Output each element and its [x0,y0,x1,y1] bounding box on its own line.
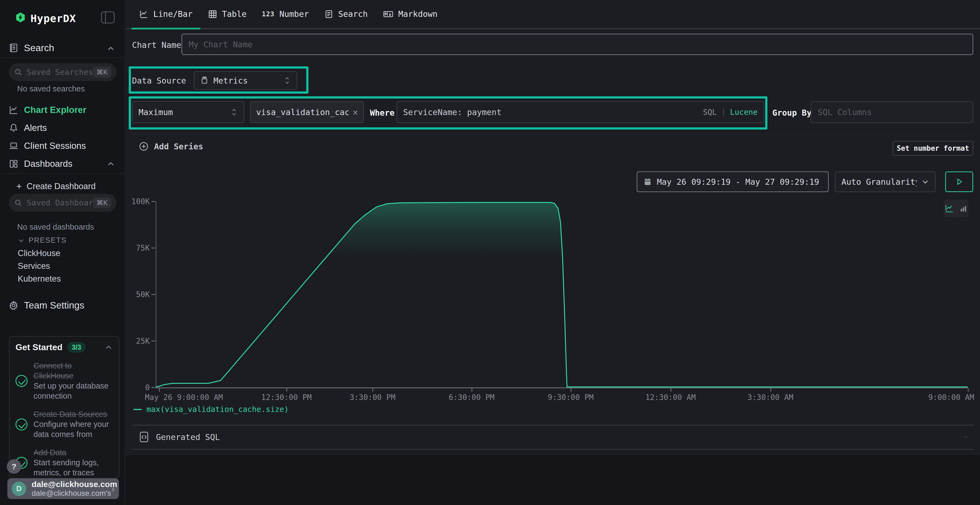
journal-icon [9,43,19,53]
x-tick-mark [286,388,287,392]
y-tick-mark [151,294,155,295]
tab-line-bar[interactable]: Line/Bar [132,0,200,28]
user-menu[interactable]: D dale@clickhouse.com dale@clickhouse.co… [7,478,119,499]
x-tick-mark [770,388,771,392]
avatar: D [12,481,26,496]
aggregation-select[interactable]: Maximum [132,101,244,123]
bell-icon [9,123,19,133]
sidebar-item-dashboards[interactable]: Dashboards [0,155,125,173]
laptop-icon [9,141,19,151]
saved-dashboards-input[interactable]: Saved Dashboards ⌘K [9,194,116,212]
page-background [126,455,980,505]
chevron-right-icon: › [111,483,115,494]
data-source-select[interactable]: Metrics [194,71,297,90]
kbd-shortcut: ⌘K [93,197,111,208]
chart-line-icon [139,10,148,19]
preset-services[interactable]: Services [18,261,50,271]
logo-row: HyperDX [0,0,125,33]
tab-number[interactable]: 123 Number [254,0,317,28]
metric-chip[interactable]: visa_validation_cach ✕ [250,101,364,123]
sidebar-item-alerts[interactable]: Alerts [0,119,125,137]
search-icon [14,199,22,207]
date-range-input[interactable]: May 26 09:29:19 - May 27 09:29:19 [637,172,829,192]
granularity-select[interactable]: Auto Granularity [835,172,935,192]
tab-table[interactable]: Table [200,0,254,28]
get-started-item[interactable]: Connect to ClickHouse Set up your databa… [16,361,113,401]
x-tick-mark [968,388,969,392]
x-tick-label: 9:30:00 PM [548,393,594,402]
tab-search[interactable]: Search [317,0,375,28]
sidebar: HyperDX Search Saved Searches ⌘K No save… [0,0,125,505]
y-tick-mark [151,201,155,202]
user-org: dale@clickhouse.com's [32,489,106,498]
get-started-card: Get Started 3/3 Connect to ClickHouse Se… [9,336,119,479]
x-tick-label: 12:30:00 PM [261,393,312,402]
kbd-shortcut: ⌘K [93,67,111,78]
where-input[interactable]: ServiceName: payment SQL | Lucene [397,101,764,123]
plus-circle-icon [139,141,149,151]
chart-line-icon [9,105,19,115]
preset-kubernetes[interactable]: Kubernetes [18,274,61,284]
x-tick-mark [372,388,373,392]
sidebar-item-client-sessions[interactable]: Client Sessions [0,137,125,154]
saved-searches-placeholder: Saved Searches [27,67,93,77]
generated-sql-toggle[interactable]: Generated SQL [132,425,973,449]
y-axis-labels: 025K50K75K100K [126,201,156,387]
where-label: Where [370,108,395,118]
chart-name-input[interactable] [181,34,973,55]
play-icon [955,177,964,186]
preset-clickhouse[interactable]: ClickHouse [18,248,60,258]
run-query-button[interactable] [945,172,973,192]
chart-legend[interactable]: max(visa_validation_cache.size) [134,405,289,414]
sidebar-divider [0,173,125,174]
sidebar-item-team-settings[interactable]: Team Settings [0,297,125,314]
x-tick-label: 9:00:00 AM [928,393,974,402]
y-tick-mark [151,387,155,388]
x-tick-label: 6:30:00 PM [449,393,495,402]
add-series-button[interactable]: Add Series [139,141,204,151]
divider [132,134,973,135]
x-tick-mark [159,388,160,392]
x-tick-mark [670,388,671,392]
group-by-input[interactable] [811,101,973,123]
sidebar-item-chart-explorer[interactable]: Chart Explorer [0,101,125,119]
chevron-down-icon [18,237,25,244]
markdown-icon [383,10,393,19]
y-tick-mark [151,248,155,248]
x-tick-label: 3:30:00 PM [350,393,396,402]
dashboard-grid-icon [9,159,19,169]
number-123-icon: 123 [262,10,274,18]
line-chart[interactable] [156,201,968,388]
query-language-toggle: SQL | Lucene [703,108,757,117]
set-number-format-button[interactable]: Set number format [892,141,973,156]
check-circle-icon [16,375,27,387]
sql-toggle[interactable]: SQL [703,108,717,117]
lucene-toggle[interactable]: Lucene [730,108,757,117]
chevron-updown-icon [231,108,238,116]
x-axis-labels: May 26 9:00:00 AM12:30:00 PM3:30:00 PM6:… [156,387,968,405]
get-started-item[interactable]: Add Data Start sending logs, metrics, or… [16,448,113,478]
chevron-up-icon [107,44,115,53]
chevron-updown-icon [284,76,291,85]
close-icon[interactable]: ✕ [353,108,358,116]
series-area-fill [156,202,968,387]
saved-dashboards-placeholder: Saved Dashboards [27,198,93,207]
calendar-icon [643,178,652,186]
brand-title: HyperDX [30,13,76,24]
tab-markdown[interactable]: Markdown [375,0,445,28]
check-circle-icon [16,418,27,430]
y-tick-label: 25K [136,337,150,346]
x-tick-label: May 26 9:00:00 AM [145,393,223,402]
get-started-item[interactable]: Create Data Sources Configure where your… [16,409,113,440]
chart-name-label: Chart Name [132,40,181,50]
saved-searches-input[interactable]: Saved Searches ⌘K [9,63,116,81]
table-icon [208,10,217,19]
create-dashboard-button[interactable]: + Create Dashboard [16,181,95,192]
sidebar-collapse-icon[interactable] [101,11,115,24]
help-button[interactable]: ? [7,459,21,474]
sidebar-section-search[interactable]: Search [0,39,125,58]
chevron-up-icon[interactable] [105,343,113,351]
database-icon [200,76,208,85]
search-icon [14,68,22,76]
presets-toggle[interactable]: PRESETS [18,236,67,245]
